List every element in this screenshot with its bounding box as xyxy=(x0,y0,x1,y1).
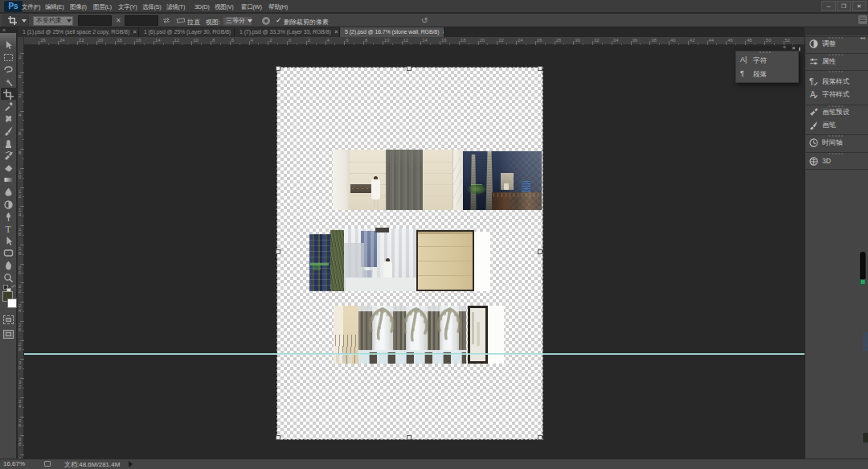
svg-text:¶: ¶ xyxy=(809,77,813,86)
svg-text:T: T xyxy=(6,224,12,234)
